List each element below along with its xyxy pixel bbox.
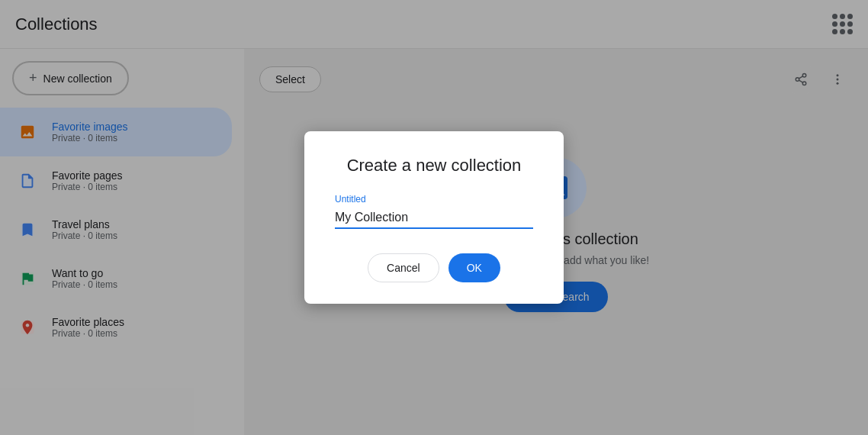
modal-overlay: Create a new collection Untitled Cancel … (0, 0, 868, 435)
modal-actions: Cancel OK (335, 253, 533, 282)
create-collection-modal: Create a new collection Untitled Cancel … (304, 131, 564, 304)
cancel-button[interactable]: Cancel (368, 253, 439, 282)
modal-input-label: Untitled (335, 194, 533, 205)
collection-name-input[interactable] (335, 208, 533, 229)
modal-title: Create a new collection (335, 156, 533, 176)
ok-button[interactable]: OK (448, 253, 500, 282)
